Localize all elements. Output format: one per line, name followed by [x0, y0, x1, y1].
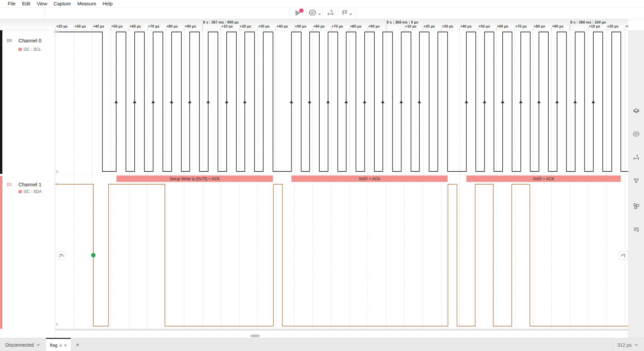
channel-strip-d1	[0, 176, 2, 329]
measurements-button[interactable]: 3	[322, 8, 338, 19]
timeline-tick	[221, 28, 221, 30]
panel-edge-line	[55, 19, 55, 338]
tab-flag[interactable]: flag ×	[46, 338, 71, 351]
menu-file[interactable]: File	[7, 1, 16, 6]
menu-measure[interactable]: Measure	[76, 1, 97, 6]
timeline-minor-label: +20 µs	[240, 24, 251, 28]
timeline-tick	[92, 28, 92, 30]
analyzer-label[interactable]: I2C - SDA	[24, 189, 42, 194]
timeline-minor-label: +50 µs	[478, 24, 490, 28]
lock-icon	[59, 343, 62, 347]
channel-name[interactable]: Channel 0	[18, 38, 41, 43]
menu-help[interactable]: Help	[102, 1, 114, 6]
close-icon[interactable]: ×	[64, 343, 67, 348]
new-tab-button[interactable]: +	[74, 338, 82, 351]
horizontal-scrollbar-thumb[interactable]	[250, 335, 260, 337]
timeline-ruler[interactable]: +20 µs+30 µs+40 µs+50 µs+60 µs+70 µs+80 …	[0, 19, 628, 30]
timeline-minor-label: +70 µs	[332, 24, 343, 28]
timeline-minor-label: +30 µs	[442, 24, 453, 28]
timeline-tick	[551, 28, 552, 30]
channel-strip-d0	[0, 30, 2, 174]
capture-status-dot-icon	[299, 8, 304, 13]
menu-capture[interactable]: Capture	[53, 1, 72, 6]
svg-text:3: 3	[330, 9, 332, 13]
channel-row-divider	[0, 174, 628, 175]
gridline	[459, 30, 460, 329]
high-level-label: H	[55, 30, 58, 34]
extensions-button[interactable]	[633, 202, 640, 210]
timeline-tick	[166, 28, 166, 30]
timeline-major-label: 8 s : 368 ms : 0 µs	[387, 20, 418, 24]
annotations-flag-button[interactable]	[633, 177, 640, 185]
timeline-minor-label: +50 µs	[111, 24, 123, 28]
timeline-minor-label: +60 µs	[313, 24, 325, 28]
timeline-minor-label: +80 µs	[166, 24, 178, 28]
timeline-minor-label: +20 µs	[607, 24, 618, 28]
statusbar-separator	[613, 338, 613, 351]
channel-id-d1: D1	[7, 182, 12, 187]
timeline-major-label: 8 s : 368 ms : 100 µs	[570, 20, 606, 24]
channel-id-d0: D0	[7, 38, 12, 43]
gridline	[55, 30, 56, 329]
channel-panel: D0Channel 0I2C - SCLD1Channel 1I2C - SDA	[0, 30, 55, 338]
timeline-minor-label: +10 µs	[589, 24, 600, 28]
capture-layers-button[interactable]	[633, 107, 640, 115]
menu-edit[interactable]: Edit	[21, 1, 31, 6]
timeline-minor-label: +90 µs	[185, 24, 196, 28]
timeline-minor-label: +30 µs	[75, 24, 86, 28]
jump-next-edge-button[interactable]	[619, 251, 627, 260]
chevron-down-icon	[318, 10, 321, 16]
notes-icon	[633, 226, 640, 233]
device-status-label: Disconnected	[5, 342, 34, 348]
timeline-minor-label: +20 µs	[423, 24, 435, 28]
timeline-minor-label: +40 µs	[460, 24, 471, 28]
notes-button[interactable]	[633, 226, 640, 233]
jump-next-edge-icon	[620, 253, 626, 258]
timeline-minor-label: +60 µs	[130, 24, 141, 28]
timeline-tick	[368, 28, 368, 30]
hex-display-button[interactable]: 1F	[633, 130, 640, 138]
timeline-tick	[606, 28, 607, 30]
menu-view[interactable]: View	[36, 1, 48, 6]
svg-text:3: 3	[636, 154, 638, 157]
timeline-minor-label: +10 µs	[221, 24, 233, 28]
timing-display-dropdown[interactable]: 312 µs	[617, 338, 638, 351]
hex-1f-icon: 1F	[308, 9, 317, 17]
i2c-annotation[interactable]: 0x50 + ACK	[466, 176, 621, 182]
timeline-tick	[74, 28, 74, 30]
analyzer-label[interactable]: I2C - SCL	[24, 47, 41, 52]
i2c-annotation[interactable]: Setup Write to [0x70] + ACK	[117, 176, 273, 182]
timeline-minor-label: +80 µs	[534, 24, 545, 28]
timeline-tick	[184, 28, 184, 30]
device-status-dropdown[interactable]: Disconnected	[5, 338, 40, 351]
extensions-icon	[633, 203, 640, 209]
timeline-minor-label: +20 µs	[56, 24, 67, 28]
chevron-down-icon	[349, 10, 352, 16]
i2c-annotation[interactable]: 0x00 + ACK	[291, 176, 448, 182]
timeline-tick	[533, 28, 533, 30]
timeline-tick	[258, 28, 258, 30]
chevron-down-icon	[635, 344, 638, 346]
measurements-button[interactable]: 3	[633, 153, 640, 161]
timeline-tick	[459, 28, 460, 30]
timeline-tick	[570, 24, 570, 30]
high-level-label: H	[55, 183, 58, 186]
timeline-tick	[404, 28, 405, 30]
capture-layers-icon	[633, 108, 640, 114]
timeline-minor-label: +70 µs	[148, 24, 159, 28]
timeline-tick	[588, 28, 588, 30]
annotations-button[interactable]	[338, 8, 356, 19]
low-level-label: L	[56, 170, 59, 173]
timeline-tick	[625, 28, 625, 30]
timeline-minor-label: +50 µs	[295, 24, 306, 28]
timeline-minor-label: +90 µs	[368, 24, 380, 28]
waveform-area[interactable]	[0, 30, 628, 338]
analyzer-color-swatch	[18, 48, 22, 51]
timeline-tick	[496, 28, 497, 30]
channel-name[interactable]: Channel 1	[18, 182, 41, 187]
timing-display-value: 312 µs	[617, 342, 632, 348]
run-capture-button[interactable]	[290, 8, 306, 19]
timeline-tick	[386, 24, 386, 30]
jump-prev-edge-button[interactable]	[57, 251, 65, 260]
radix-display-button[interactable]: 1F	[306, 8, 322, 19]
